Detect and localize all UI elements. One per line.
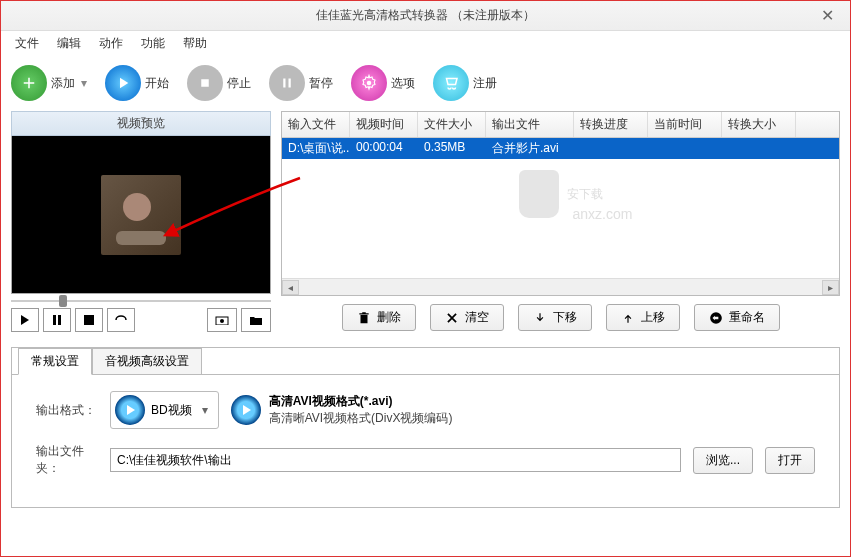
- delete-button[interactable]: 删除: [342, 304, 416, 331]
- chevron-down-icon: ▾: [81, 76, 87, 90]
- col-time[interactable]: 视频时间: [350, 112, 418, 137]
- menu-edit[interactable]: 编辑: [49, 32, 89, 55]
- move-down-button[interactable]: 下移: [518, 304, 592, 331]
- pause-button[interactable]: 暂停: [269, 65, 333, 101]
- menu-file[interactable]: 文件: [7, 32, 47, 55]
- open-button[interactable]: 打开: [765, 447, 815, 474]
- file-list: 输入文件 视频时间 文件大小 输出文件 转换进度 当前时间 转换大小 D:\桌面…: [281, 111, 840, 296]
- folder-control[interactable]: [241, 308, 271, 332]
- titlebar: 佳佳蓝光高清格式转换器 （未注册版本） ✕: [1, 1, 850, 31]
- svg-rect-5: [58, 315, 61, 325]
- svg-rect-1: [283, 79, 285, 88]
- cart-icon: [433, 65, 469, 101]
- scroll-right-icon[interactable]: ▸: [822, 280, 839, 295]
- player-controls: [11, 308, 271, 332]
- window-title: 佳佳蓝光高清格式转换器 （未注册版本）: [1, 7, 850, 24]
- close-icon[interactable]: ✕: [813, 4, 842, 27]
- col-curtime[interactable]: 当前时间: [648, 112, 722, 137]
- svg-rect-0: [201, 79, 209, 87]
- plus-icon: [11, 65, 47, 101]
- options-button[interactable]: 选项: [351, 65, 415, 101]
- horizontal-scrollbar[interactable]: ◂ ▸: [282, 278, 839, 295]
- snapshot-control[interactable]: [207, 308, 237, 332]
- move-up-button[interactable]: 上移: [606, 304, 680, 331]
- menubar: 文件 编辑 动作 功能 帮助: [1, 31, 850, 55]
- seek-bar[interactable]: [11, 300, 271, 302]
- disc-icon: [231, 395, 261, 425]
- tab-general[interactable]: 常规设置: [18, 348, 92, 375]
- seek-thumb[interactable]: [59, 295, 67, 307]
- browse-button[interactable]: 浏览...: [693, 447, 753, 474]
- settings-tabs: 常规设置 音视频高级设置: [18, 347, 839, 374]
- rename-button[interactable]: 重命名: [694, 304, 780, 331]
- col-size[interactable]: 文件大小: [418, 112, 486, 137]
- scroll-left-icon[interactable]: ◂: [282, 280, 299, 295]
- output-format-label: 输出格式：: [36, 402, 98, 419]
- preview-title: 视频预览: [11, 111, 271, 136]
- col-output[interactable]: 输出文件: [486, 112, 574, 137]
- watermark: 安下载 anxz.com: [519, 170, 603, 218]
- play-control[interactable]: [11, 308, 39, 332]
- output-folder-input[interactable]: [110, 448, 681, 472]
- play-icon: [105, 65, 141, 101]
- stop-control[interactable]: [75, 308, 103, 332]
- start-button[interactable]: 开始: [105, 65, 169, 101]
- menu-function[interactable]: 功能: [133, 32, 173, 55]
- table-body[interactable]: D:\桌面\说... 00:00:04 0.35MB 合并影片.avi 安下载 …: [282, 138, 839, 278]
- menu-action[interactable]: 动作: [91, 32, 131, 55]
- chevron-down-icon: ▾: [202, 403, 208, 417]
- format-selector[interactable]: BD视频 ▾: [110, 391, 219, 429]
- shield-icon: [519, 170, 559, 218]
- pause-control[interactable]: [43, 308, 71, 332]
- svg-point-8: [220, 319, 224, 323]
- register-button[interactable]: 注册: [433, 65, 497, 101]
- tab-av[interactable]: 音视频高级设置: [92, 348, 202, 375]
- svg-rect-2: [289, 79, 291, 88]
- add-button[interactable]: 添加 ▾: [11, 65, 87, 101]
- file-actions: 删除 清空 下移 上移 重命名: [281, 296, 840, 339]
- video-thumbnail: [101, 175, 181, 255]
- loop-control[interactable]: [107, 308, 135, 332]
- table-row[interactable]: D:\桌面\说... 00:00:04 0.35MB 合并影片.avi: [282, 138, 839, 159]
- format-description: 高清AVI视频格式(*.avi) 高清晰AVI视频格式(DivX视频编码): [231, 393, 453, 427]
- disc-icon: [115, 395, 145, 425]
- preview-pane: 视频预览: [11, 111, 271, 339]
- table-header: 输入文件 视频时间 文件大小 输出文件 转换进度 当前时间 转换大小: [282, 112, 839, 138]
- menu-help[interactable]: 帮助: [175, 32, 215, 55]
- svg-rect-4: [53, 315, 56, 325]
- col-tsize[interactable]: 转换大小: [722, 112, 796, 137]
- clear-button[interactable]: 清空: [430, 304, 504, 331]
- settings-panel: 常规设置 音视频高级设置 输出格式： BD视频 ▾ 高清AVI视频格式(*.av…: [11, 347, 840, 508]
- gear-icon: [351, 65, 387, 101]
- toolbar: 添加 ▾ 开始 停止 暂停 选项 注册: [1, 55, 850, 111]
- output-folder-label: 输出文件夹：: [36, 443, 98, 477]
- stop-icon: [187, 65, 223, 101]
- preview-video: [11, 136, 271, 294]
- svg-rect-6: [84, 315, 94, 325]
- col-input[interactable]: 输入文件: [282, 112, 350, 137]
- stop-button[interactable]: 停止: [187, 65, 251, 101]
- col-progress[interactable]: 转换进度: [574, 112, 648, 137]
- svg-point-3: [367, 81, 372, 86]
- pause-icon: [269, 65, 305, 101]
